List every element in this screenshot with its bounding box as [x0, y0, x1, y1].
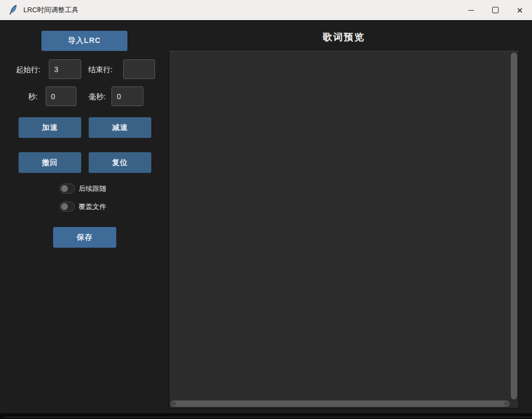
toggle-knob	[61, 203, 68, 210]
desktop-edge-line	[4, 417, 532, 417]
desktop: LRC时间调整工具 ✕ 导入LRC 起始行: 结束行: 秒: 毫秒: 加速	[0, 0, 532, 419]
follow-toggle-label: 后续跟随	[79, 184, 106, 194]
start-line-input[interactable]	[49, 59, 81, 79]
scrollbar-right-cap	[504, 401, 509, 406]
maximize-button[interactable]	[483, 0, 508, 20]
lyrics-preview-textarea[interactable]	[169, 51, 519, 408]
toggle-knob	[61, 185, 68, 192]
undo-button[interactable]: 撤回	[19, 152, 81, 173]
app-window: LRC时间调整工具 ✕ 导入LRC 起始行: 结束行: 秒: 毫秒: 加速	[0, 0, 532, 413]
vertical-scrollbar-thumb[interactable]	[511, 53, 517, 399]
scrollbar-left-cap	[171, 401, 176, 406]
save-button[interactable]: 保存	[53, 227, 116, 248]
horizontal-scrollbar[interactable]	[170, 400, 510, 407]
vertical-scrollbar[interactable]	[510, 52, 518, 400]
horizontal-scrollbar-thumb[interactable]	[170, 400, 510, 407]
close-icon: ✕	[517, 6, 524, 14]
window-title: LRC时间调整工具	[23, 5, 79, 15]
seconds-input[interactable]	[46, 86, 76, 106]
overwrite-toggle-row: 覆盖文件	[59, 202, 106, 212]
end-line-input[interactable]	[123, 59, 155, 79]
overwrite-toggle-label: 覆盖文件	[79, 202, 106, 212]
start-line-label: 起始行:	[16, 65, 40, 75]
slow-down-button[interactable]: 减速	[89, 117, 151, 138]
follow-toggle[interactable]	[59, 184, 75, 194]
reset-button[interactable]: 复位	[89, 152, 151, 173]
window-controls: ✕	[459, 0, 532, 20]
overwrite-toggle[interactable]	[59, 202, 75, 212]
minimize-button[interactable]	[459, 0, 483, 20]
lyrics-preview-title: 歌词预览	[169, 31, 519, 43]
seconds-label: 秒:	[28, 92, 38, 102]
minimize-icon	[468, 10, 474, 11]
close-button[interactable]: ✕	[508, 0, 532, 20]
desktop-sliver-bottom	[0, 413, 532, 419]
lyrics-preview-content	[173, 54, 508, 397]
follow-toggle-row: 后续跟随	[59, 184, 106, 194]
milliseconds-label: 毫秒:	[89, 92, 106, 102]
end-line-label: 结束行:	[88, 65, 113, 75]
milliseconds-input[interactable]	[111, 86, 143, 106]
import-lrc-button[interactable]: 导入LRC	[41, 31, 127, 51]
titlebar[interactable]: LRC时间调整工具 ✕	[0, 0, 532, 21]
speed-up-button[interactable]: 加速	[19, 117, 81, 138]
python-feather-icon	[7, 4, 18, 16]
maximize-icon	[492, 7, 499, 13]
